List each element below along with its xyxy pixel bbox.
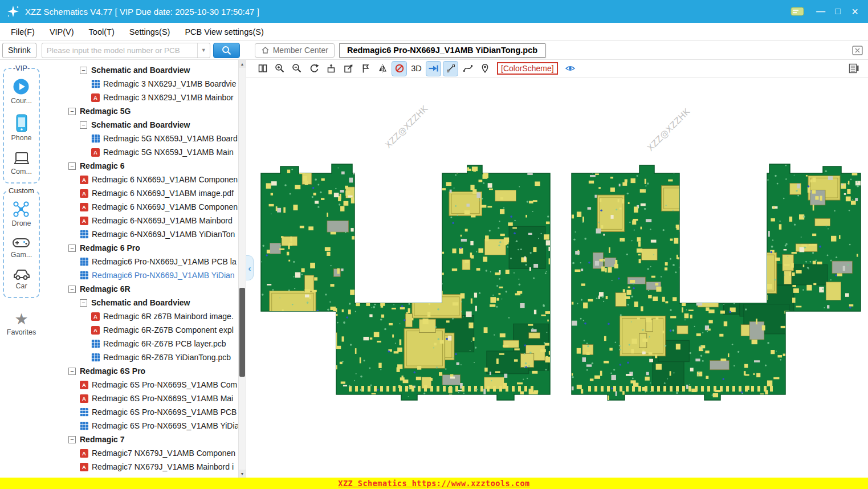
tree-item-label: Redmagic 6R-Z67B PCB layer.pcb: [103, 339, 226, 348]
menu-item-settings[interactable]: Settings(S): [122, 27, 178, 36]
close-button[interactable]: ×: [846, 0, 863, 23]
tree-item-row[interactable]: ARedmagic 6-NX669J_V1AMB Mainbord: [43, 214, 238, 227]
sidebar-item-drone[interactable]: Drone: [11, 201, 31, 227]
colorscheme-button[interactable]: [ColorScheme]: [497, 62, 558, 75]
tree-item-row[interactable]: Redmagic 6S Pro-NX669S_V1AMB PCB: [43, 405, 238, 419]
tree-group-row[interactable]: −Schematic and Boardview: [43, 296, 238, 309]
pcb-board-image[interactable]: XZZ@XZZHKXZZ@XZZHK: [246, 78, 868, 478]
close-view-icon[interactable]: [852, 46, 863, 55]
tree-item-row[interactable]: ARedmagic 6R z67B Mainbord image.: [43, 309, 238, 323]
viewer-canvas: 3D: [246, 60, 868, 478]
member-center-button[interactable]: Member Center: [255, 43, 335, 58]
maximize-button[interactable]: □: [829, 0, 846, 23]
tree-item-row[interactable]: Redmagic6 Pro-NX669J_V1AMB PCB la: [43, 255, 238, 268]
refresh-button[interactable]: [307, 62, 321, 76]
tree-item-row[interactable]: Redmagic 6S Pro-NX669S_V1AMB YiDia: [43, 419, 238, 433]
tree-group-row[interactable]: −Redmagic 5G: [43, 104, 238, 118]
tree-item-row[interactable]: ARedmagic7 NX679J_V1AMB Componen: [43, 446, 238, 460]
tree-group-row[interactable]: −Redmagic 6R: [43, 282, 238, 296]
sidebar-item-car[interactable]: Car: [13, 268, 31, 290]
tree-item-row[interactable]: Redmagic 6-NX669J_V1AMB YiDianTon: [43, 227, 238, 241]
sidebar-item-game[interactable]: Gam...: [11, 237, 32, 259]
collapse-node-icon[interactable]: −: [68, 108, 76, 115]
pcb-file-icon: [80, 422, 88, 430]
chevron-down-icon[interactable]: ▼: [197, 43, 210, 58]
license-icon[interactable]: [790, 6, 804, 17]
tree-item-row[interactable]: Redmagic 6R-Z67B PCB layer.pcb: [43, 337, 238, 351]
export-top-button[interactable]: [324, 62, 338, 76]
tree-group-row[interactable]: −Redmagic 6 Pro: [43, 241, 238, 255]
scroll-down-icon[interactable]: ▼: [239, 470, 246, 478]
tree-item-row[interactable]: Redmagic 6R-Z67B YiDianTong.pcb: [43, 351, 238, 364]
tree-item-label: Redmagic 7: [80, 435, 125, 444]
collapse-node-icon[interactable]: −: [68, 368, 76, 375]
menu-item-vip[interactable]: VIP(V): [42, 27, 81, 36]
split-view-button[interactable]: [255, 62, 270, 76]
tree-item-row[interactable]: ARedmagic 6R-Z67B Component expl: [43, 323, 238, 337]
sidebar-item-favorites[interactable]: ★ Favorites: [0, 312, 43, 336]
sidebar-item-computer[interactable]: Com...: [11, 151, 32, 176]
tree-group-row[interactable]: −Redmagic 6S Pro: [43, 364, 238, 378]
tree-item-row[interactable]: ARedmagic 6 NX669J_V1AMB Componen: [43, 200, 238, 214]
sidebar-item-course[interactable]: Cour...: [11, 78, 32, 105]
collapse-node-icon[interactable]: −: [68, 162, 76, 170]
shrink-button[interactable]: Shrink: [2, 43, 36, 58]
tree-item-row[interactable]: Redmagic6 Pro-NX669J_V1AMB YiDian: [43, 268, 238, 282]
tree-group-row[interactable]: −Redmagic 7: [43, 433, 238, 446]
next-board-button[interactable]: [426, 62, 441, 76]
pcb-viewer[interactable]: ‹ XZZ@XZZHKXZZ@XZZHK: [246, 78, 868, 478]
tree-item-row[interactable]: ARedmagic7 NX679J_V1AMB Mainbord i: [43, 460, 238, 474]
curve-measure-button[interactable]: [461, 62, 475, 76]
tree-item-row[interactable]: ARedmagic 6S Pro-NX669S_V1AMB Com: [43, 378, 238, 392]
pin-button[interactable]: [478, 62, 492, 76]
layers-panel-icon: [849, 63, 859, 74]
collapse-node-icon[interactable]: −: [68, 286, 76, 293]
diagonal-measure-button[interactable]: [443, 62, 458, 76]
tree-item-row[interactable]: ARedmagic 6 NX669J_V1ABM image.pdf: [43, 186, 238, 200]
tree-item-label: Redmagic 6S Pro-NX669S_V1AMB YiDia: [92, 421, 238, 430]
tree-group-row[interactable]: −Schematic and Boardview: [43, 63, 238, 77]
search-input[interactable]: [42, 46, 197, 55]
tree-group-row[interactable]: −Redmagic 6: [43, 159, 238, 173]
mirror-flip-button[interactable]: [375, 62, 389, 76]
tree-scrollbar[interactable]: ▲ ▼: [238, 60, 246, 478]
tree-group-row[interactable]: −Schematic and Boardview: [43, 118, 238, 132]
export-box-icon: [343, 63, 353, 74]
tree-item-row[interactable]: ARedmagic 3 NX629J_V1MB Mainbor: [43, 91, 238, 104]
tree-item-row[interactable]: ARedmagic 5G NX659J_V1AMB Main: [43, 145, 238, 159]
sidebar-item-phone[interactable]: Phone: [11, 114, 31, 142]
tree-item-label: Redmagic 3 NX629J_V1MB Mainbor: [103, 93, 234, 102]
minimize-button[interactable]: —: [812, 0, 829, 23]
tree-item-row[interactable]: ARedmagic 6 NX669J_V1ABM Componen: [43, 173, 238, 186]
scroll-up-icon[interactable]: ▲: [239, 60, 246, 68]
collapse-node-icon[interactable]: −: [80, 67, 87, 74]
search-button[interactable]: [213, 43, 240, 58]
tree-item-label: Redmagic 5G NX659J_V1AMB Board: [103, 134, 238, 143]
tree-item-row[interactable]: Redmagic 3 NX629J_V1MB Boardvie: [43, 77, 238, 91]
collapse-node-icon[interactable]: −: [68, 436, 76, 443]
tree-item-label: Redmagic 6 NX669J_V1ABM image.pdf: [92, 189, 234, 198]
menu-item-file[interactable]: File(F): [3, 27, 42, 36]
collapse-node-icon[interactable]: −: [80, 121, 87, 129]
export-box-button[interactable]: [341, 62, 355, 76]
menu-item-pcb-view-settings[interactable]: PCB View settings(S): [177, 27, 271, 36]
scrollbar-thumb[interactable]: [239, 288, 245, 377]
layers-panel-button[interactable]: [847, 62, 861, 76]
collapse-tree-tab[interactable]: ‹: [246, 255, 254, 280]
disable-net-button[interactable]: [392, 62, 406, 76]
collapse-node-icon[interactable]: −: [68, 244, 76, 252]
zoom-in-button[interactable]: [272, 62, 287, 76]
zoom-out-button[interactable]: [290, 62, 304, 76]
menu-item-tool[interactable]: Tool(T): [81, 27, 122, 36]
search-icon: [222, 46, 231, 55]
pcb-file-icon: [80, 230, 88, 239]
active-document-tab[interactable]: Redmagic6 Pro-NX669J_V1AMB YiDianTong.pc…: [339, 43, 545, 58]
collapse-node-icon[interactable]: −: [80, 299, 87, 307]
eye-preview-button[interactable]: [563, 62, 577, 76]
flag-button[interactable]: [358, 62, 372, 76]
curve-measure-icon: [463, 63, 473, 74]
tree-item-row[interactable]: ARedmagic 6S Pro-NX669S_V1AMB Mai: [43, 392, 238, 405]
3d-view-button[interactable]: 3D: [409, 62, 423, 76]
tree-item-row[interactable]: Redmagic 5G NX659J_V1AMB Board: [43, 132, 238, 145]
window-title: XZZ Schematics V4.77 [ VIP Due date: 202…: [25, 7, 259, 17]
